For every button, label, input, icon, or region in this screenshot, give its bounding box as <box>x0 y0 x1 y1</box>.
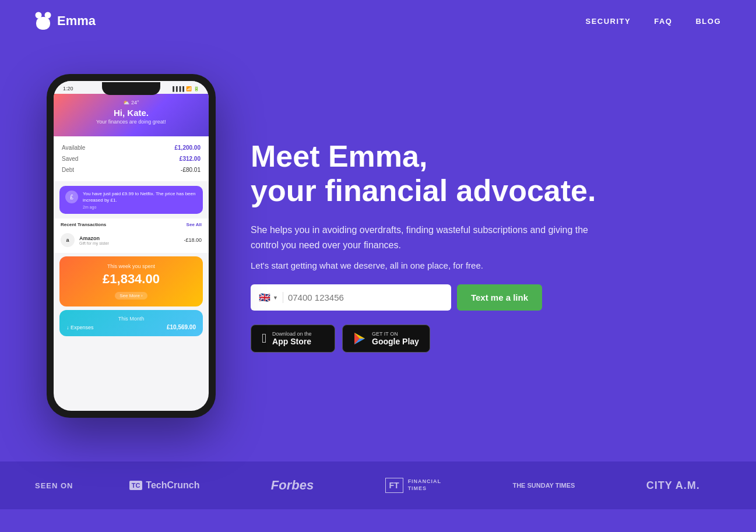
text-me-link-button[interactable]: Text me a link <box>457 284 542 311</box>
cityam-text: CITY A.M. <box>646 480 700 491</box>
phone-header: ⛅ 24° Hi, Kate. Your finances are doing … <box>54 94 209 136</box>
press-strip: SEEN ON TC TechCrunch Forbes FT FINANCIA… <box>0 461 756 509</box>
sunday-times-logo: THE SUNDAY TIMES <box>512 481 575 489</box>
input-row: 🇬🇧 ▼ Text me a link <box>251 284 542 311</box>
cityam-logo: CITY A.M. <box>646 480 700 492</box>
month-label: This Month <box>66 316 196 322</box>
appstore-small: Download on the <box>272 331 312 337</box>
svg-rect-2 <box>36 17 50 30</box>
trans-amount: -£18.00 <box>184 237 202 243</box>
phone-notch <box>102 82 160 95</box>
saved-value: £312.00 <box>180 156 201 162</box>
month-row: ↓ Expenses £10,569.00 <box>66 324 196 330</box>
phone-transactions: Recent Transactions See All a Amazon Gif… <box>54 219 209 253</box>
forbes-text: Forbes <box>271 478 314 492</box>
notif-time: 2m ago <box>83 205 197 209</box>
available-value: £1,200.00 <box>175 145 201 151</box>
saved-label: Saved <box>62 156 78 162</box>
notif-text: You have just paid £9.99 to Netflix. The… <box>83 191 197 203</box>
month-expenses-amount: £10,569.00 <box>167 324 196 330</box>
phone-number-input[interactable] <box>288 284 443 311</box>
flag-arrow: ▼ <box>273 295 278 301</box>
flag-emoji: 🇬🇧 <box>259 292 270 303</box>
techcrunch-logo: TC TechCrunch <box>129 480 200 491</box>
transactions-header: Recent Transactions See All <box>61 222 202 227</box>
app-store-button[interactable]:  Download on the App Store <box>251 325 335 353</box>
nav-blog[interactable]: BLOG <box>695 17 721 26</box>
weekly-label: This week you spent <box>66 263 196 269</box>
press-logos: TC TechCrunch Forbes FT FINANCIALTIMES T… <box>108 478 721 493</box>
balance-available-row: Available £1,200.00 <box>62 142 201 153</box>
google-play-icon <box>353 332 366 345</box>
forbes-logo: Forbes <box>271 478 314 493</box>
hero-title: Meet Emma, your financial advocate. <box>251 139 600 209</box>
appstore-big: App Store <box>272 337 312 346</box>
weekly-amount: £1,834.00 <box>66 272 196 287</box>
phone-month: This Month ↓ Expenses £10,569.00 <box>59 310 203 336</box>
ft-logo: FT FINANCIALTIMES <box>385 478 442 493</box>
phone-input-wrapper: 🇬🇧 ▼ <box>251 284 451 311</box>
hero-section: 1:20 ▐▐▐▐ 📶 🔋 ⛅ 24° Hi, Kate. Your finan… <box>0 42 756 461</box>
hero-content: Meet Emma, your financial advocate. She … <box>251 139 600 353</box>
balance-debt-row: Debt -£80.01 <box>62 164 201 175</box>
nav-faq[interactable]: FAQ <box>654 17 672 26</box>
trans-sub: Gift for my sister <box>79 241 179 245</box>
debt-value: -£80.01 <box>181 167 201 173</box>
see-all-link[interactable]: See All <box>187 222 202 227</box>
apple-icon:  <box>262 332 266 345</box>
phone-subtext: Your finances are doing great! <box>63 119 199 125</box>
month-expenses-label: ↓ Expenses <box>66 325 94 330</box>
nav-security[interactable]: SECURITY <box>585 17 631 26</box>
transaction-row: a Amazon Gift for my sister -£18.00 <box>61 231 202 249</box>
weekly-see-more[interactable]: See More › <box>115 292 147 300</box>
phone-weather: ⛅ 24° <box>63 100 199 105</box>
notif-icon: £ <box>65 191 78 203</box>
logo-text: Emma <box>57 13 96 29</box>
recent-transactions-label: Recent Transactions <box>61 222 106 227</box>
ft-text: FINANCIALTIMES <box>408 478 442 492</box>
phone-mockup: 1:20 ▐▐▐▐ 📶 🔋 ⛅ 24° Hi, Kate. Your finan… <box>47 74 216 418</box>
status-time: 1:20 <box>63 86 73 91</box>
googleplay-big: Google Play <box>372 337 419 346</box>
logo[interactable]: Emma <box>35 12 96 30</box>
flag-selector[interactable]: 🇬🇧 ▼ <box>259 292 283 303</box>
seen-on-label: SEEN ON <box>35 481 73 490</box>
available-label: Available <box>62 145 85 151</box>
googleplay-small: GET IT ON <box>372 331 419 337</box>
phone-notification: £ You have just paid £9.99 to Netflix. T… <box>59 186 203 214</box>
sunday-times-text: THE SUNDAY TIMES <box>512 482 575 489</box>
navbar: Emma SECURITY FAQ BLOG <box>0 0 756 42</box>
balance-saved-row: Saved £312.00 <box>62 153 201 164</box>
trans-name: Amazon <box>79 235 179 241</box>
hero-cta-text: Let's start getting what we deserve, all… <box>251 260 600 270</box>
debt-label: Debt <box>62 167 74 173</box>
phone-balances: Available £1,200.00 Saved £312.00 Debt -… <box>54 136 209 181</box>
phone-screen: 1:20 ▐▐▐▐ 📶 🔋 ⛅ 24° Hi, Kate. Your finan… <box>54 81 209 411</box>
notif-content: You have just paid £9.99 to Netflix. The… <box>83 191 197 209</box>
hero-desc1: She helps you in avoiding overdrafts, fi… <box>251 223 600 252</box>
trans-info: Amazon Gift for my sister <box>79 235 179 245</box>
store-buttons:  Download on the App Store GET IT ON Go… <box>251 325 600 353</box>
amazon-logo: a <box>61 233 75 247</box>
phone-weekly: This week you spent £1,834.00 See More › <box>59 256 203 306</box>
googleplay-text: GET IT ON Google Play <box>372 331 419 346</box>
appstore-text: Download on the App Store <box>272 331 312 346</box>
nav-links: SECURITY FAQ BLOG <box>585 16 721 26</box>
status-icons: ▐▐▐▐ 📶 🔋 <box>171 86 199 91</box>
google-play-button[interactable]: GET IT ON Google Play <box>342 325 430 353</box>
tc-box: TC <box>129 481 143 490</box>
phone-greeting: Hi, Kate. <box>63 108 199 118</box>
techcrunch-text: TechCrunch <box>146 480 199 491</box>
ft-box: FT <box>385 478 403 493</box>
